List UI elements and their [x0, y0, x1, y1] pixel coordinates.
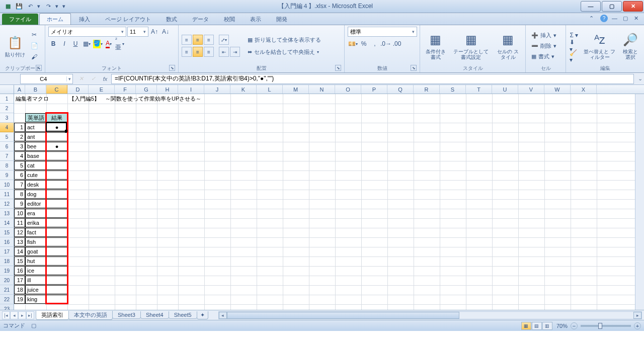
- col-header-B[interactable]: B: [25, 85, 46, 94]
- row-header-5[interactable]: 5: [0, 132, 14, 142]
- cell-d1[interactable]: 【入門編5】 ～関数を使って作業効率をUPさせる～: [67, 94, 238, 103]
- col-header-R[interactable]: R: [414, 85, 440, 94]
- cell-b8[interactable]: cat: [25, 161, 46, 170]
- row-header-2[interactable]: 2: [0, 104, 14, 113]
- row-header-6[interactable]: 6: [0, 142, 14, 151]
- col-header-O[interactable]: O: [335, 85, 361, 94]
- worksheet-grid[interactable]: ABCDEFGHIJKLMNOPQRSTUVWX 123456789101112…: [0, 85, 644, 310]
- wrap-text-button[interactable]: ▦折り返して全体を表示する: [245, 35, 324, 45]
- format-painter-button[interactable]: 🖌: [29, 52, 39, 62]
- copy-button[interactable]: 📄: [29, 41, 39, 51]
- cell-b11[interactable]: dog: [25, 190, 46, 199]
- cell-c19[interactable]: [46, 266, 67, 275]
- row-header-20[interactable]: 20: [0, 276, 14, 285]
- comma-button[interactable]: ,: [370, 39, 380, 49]
- vertical-scrollbar[interactable]: [635, 94, 644, 310]
- cell-b18[interactable]: hut: [25, 257, 46, 266]
- tab-review[interactable]: 校閲: [217, 14, 242, 25]
- cell-a14[interactable]: 11: [14, 218, 25, 227]
- row-header-21[interactable]: 21: [0, 285, 14, 295]
- zoom-in-button[interactable]: +: [634, 322, 641, 329]
- fx-button[interactable]: fx: [99, 74, 111, 84]
- col-header-T[interactable]: T: [466, 85, 492, 94]
- cell-b21[interactable]: juice: [25, 285, 46, 294]
- tab-home[interactable]: ホーム: [39, 13, 71, 25]
- phonetic-button[interactable]: ᶻ亜▾: [115, 39, 125, 49]
- col-header-A[interactable]: A: [14, 85, 25, 94]
- col-header-L[interactable]: L: [257, 85, 283, 94]
- col-header-I[interactable]: I: [178, 85, 204, 94]
- sheet-tab-0[interactable]: 英語索引: [36, 311, 69, 320]
- align-middle-button[interactable]: ≡: [193, 35, 203, 45]
- row-header-9[interactable]: 9: [0, 170, 14, 180]
- cell-c18[interactable]: [46, 257, 67, 266]
- cells-area[interactable]: 編集者マクロ 【入門編5】 ～関数を使って作業効率をUPさせる～ 英単語 結果 …: [14, 94, 635, 310]
- tab-developer[interactable]: 開発: [269, 14, 294, 25]
- col-header-C[interactable]: C: [46, 85, 67, 94]
- sheet-tab-1[interactable]: 本文中の英語: [68, 311, 113, 320]
- cell-a5[interactable]: 2: [14, 132, 25, 141]
- cell-a12[interactable]: 9: [14, 199, 25, 208]
- row-header-7[interactable]: 7: [0, 151, 14, 161]
- help-icon[interactable]: ?: [600, 15, 608, 22]
- cell-a9[interactable]: 6: [14, 170, 25, 180]
- find-select-button[interactable]: 🔎検索と 選択: [620, 31, 641, 61]
- row-header-14[interactable]: 14: [0, 218, 14, 228]
- conditional-format-button[interactable]: ▦条件付き 書式: [423, 31, 448, 61]
- decrease-font-button[interactable]: A↓: [160, 27, 171, 37]
- cell-a20[interactable]: 17: [14, 276, 25, 285]
- increase-font-button[interactable]: A↑: [149, 27, 159, 37]
- tab-page-layout[interactable]: ページ レイアウト: [98, 14, 158, 25]
- cell-c8[interactable]: [46, 161, 67, 170]
- mdi-restore-icon[interactable]: ▢: [623, 15, 630, 22]
- col-header-E[interactable]: E: [89, 85, 115, 94]
- cell-a18[interactable]: 15: [14, 257, 25, 266]
- increase-decimal-button[interactable]: .0→: [381, 39, 391, 49]
- tab-formulas[interactable]: 数式: [159, 14, 184, 25]
- number-format-combo[interactable]: 標準▾: [348, 27, 417, 37]
- undo-dropdown[interactable]: ▾: [37, 3, 41, 10]
- redo-dropdown[interactable]: ▾: [55, 3, 59, 10]
- cell-b14[interactable]: erika: [25, 218, 46, 227]
- page-break-view-button[interactable]: ▥: [542, 322, 552, 330]
- font-color-button[interactable]: A▾: [104, 39, 114, 49]
- formula-input[interactable]: [111, 74, 634, 84]
- cell-a21[interactable]: 18: [14, 285, 25, 294]
- tab-insert[interactable]: 挿入: [72, 14, 97, 25]
- format-cells-button[interactable]: ▦書式 ▾: [529, 51, 559, 61]
- col-header-D[interactable]: D: [67, 85, 89, 94]
- name-box-input[interactable]: [21, 76, 66, 82]
- font-launcher[interactable]: ⬊: [169, 65, 175, 71]
- accounting-button[interactable]: 💴▾: [348, 39, 358, 49]
- cell-b9[interactable]: cute: [25, 170, 46, 180]
- sheet-tab-2[interactable]: Sheet3: [112, 311, 141, 319]
- cell-a16[interactable]: 13: [14, 237, 25, 246]
- maximize-button[interactable]: ▢: [602, 1, 622, 12]
- decrease-decimal-button[interactable]: .00: [392, 39, 402, 49]
- col-header-X[interactable]: X: [571, 85, 597, 94]
- cell-c11[interactable]: [46, 190, 67, 199]
- col-header-G[interactable]: G: [136, 85, 157, 94]
- cell-a1[interactable]: 編集者マクロ: [14, 94, 74, 103]
- cell-a10[interactable]: 7: [14, 180, 25, 189]
- row-header-16[interactable]: 16: [0, 237, 14, 247]
- cell-b5[interactable]: ant: [25, 132, 46, 141]
- col-header-W[interactable]: W: [544, 85, 571, 94]
- tab-nav-prev[interactable]: ◂: [10, 311, 18, 319]
- undo-icon[interactable]: ↶: [26, 3, 34, 11]
- row-header-18[interactable]: 18: [0, 257, 14, 266]
- col-header-H[interactable]: H: [157, 85, 178, 94]
- tab-data[interactable]: データ: [185, 14, 216, 25]
- cell-b15[interactable]: fact: [25, 228, 46, 237]
- tab-view[interactable]: 表示: [243, 14, 268, 25]
- name-box[interactable]: ▾: [20, 74, 73, 84]
- row-header-1[interactable]: 1: [0, 94, 14, 104]
- col-header-S[interactable]: S: [440, 85, 466, 94]
- new-sheet-button[interactable]: ✦: [197, 311, 208, 319]
- cell-b22[interactable]: king: [25, 295, 46, 304]
- row-header-3[interactable]: 3: [0, 113, 14, 123]
- cell-a19[interactable]: 16: [14, 266, 25, 275]
- zoom-slider[interactable]: [581, 325, 631, 327]
- align-right-button[interactable]: ≡: [204, 47, 214, 57]
- cell-c5[interactable]: [46, 132, 67, 141]
